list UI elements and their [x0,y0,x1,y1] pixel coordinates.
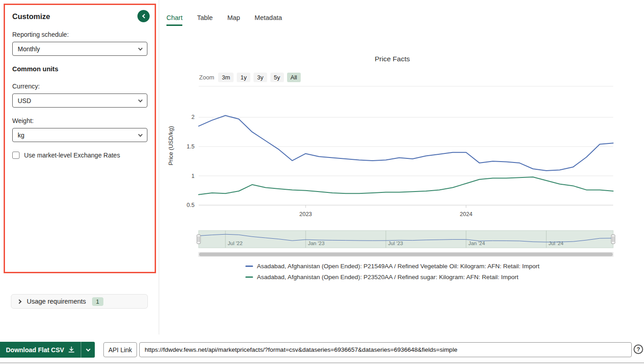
price-chart[interactable]: 0.511.5220232024Price (USD/kg) [166,84,619,225]
chevron-down-icon [138,98,143,102]
svg-text:Jul '22: Jul '22 [228,241,243,246]
reporting-schedule-value: Monthly [18,45,40,53]
api-link-button[interactable]: API Link [103,342,137,357]
chart-title: Price Facts [166,55,619,63]
svg-text:2024: 2024 [460,211,473,217]
legend-series-label: Asadabad, Afghanistan (Open Ended): P235… [257,274,518,280]
download-options-button[interactable] [81,342,95,358]
tab-map[interactable]: Map [227,14,240,26]
bottom-border [0,363,644,363]
usage-requirements-label: Usage requirements [27,298,86,305]
chart-legend: Asadabad, Afghanistan (Open Ended): P215… [166,263,619,280]
svg-text:Jul '24: Jul '24 [549,241,564,246]
zoom-all-button[interactable]: All [287,73,301,82]
svg-text:1.5: 1.5 [187,143,195,150]
view-tabs: ChartTableMapMetadata [166,14,282,26]
tab-metadata[interactable]: Metadata [254,14,282,26]
zoom-1y-button[interactable]: 1y [237,73,250,82]
chevron-down-icon [86,347,90,351]
svg-text:1: 1 [191,173,195,179]
tab-chart[interactable]: Chart [166,14,182,26]
chart-navigator[interactable]: Jul '22Jan '23Jul '23Jan '24Jul '24 [166,227,619,260]
chevron-down-icon [138,132,143,137]
svg-text:2023: 2023 [299,211,312,217]
currency-select[interactable]: USD [12,93,147,108]
download-icon [68,346,75,353]
svg-text:Jan '24: Jan '24 [468,241,485,246]
download-flat-csv-label: Download Flat CSV [6,346,64,354]
zoom-3y-button[interactable]: 3y [254,73,267,82]
tab-table[interactable]: Table [197,14,213,26]
reporting-schedule-label: Reporting schedule: [12,31,147,38]
zoom-label: Zoom [199,74,214,81]
legend-series-label: Asadabad, Afghanistan (Open Ended): P215… [257,263,540,270]
currency-value: USD [18,97,31,104]
sidebar-divider [159,0,159,334]
exchange-rates-checkbox[interactable] [12,152,20,159]
page: Customize Reporting schedule: Monthly Co… [0,0,644,364]
zoom-3m-button[interactable]: 3m [218,73,234,82]
weight-select[interactable]: kg [12,128,147,142]
svg-text:Jan '23: Jan '23 [308,241,325,246]
zoom-controls: Zoom 3m1y3y5yAll [199,73,301,82]
common-units-heading: Common units [12,65,147,73]
svg-text:2: 2 [191,114,195,120]
customize-panel-highlight: Customize Reporting schedule: Monthly Co… [4,4,156,273]
legend-swatch [245,276,253,278]
zoom-buttons: 3m1y3y5yAll [218,73,301,82]
currency-label: Currency: [12,83,147,90]
legend-item[interactable]: Asadabad, Afghanistan (Open Ended): P215… [245,263,540,270]
exchange-rates-checkbox-row[interactable]: Use market-level Exchange Rates [12,152,147,159]
download-flat-csv-button[interactable]: Download Flat CSV [0,342,95,358]
svg-text:Price (USD/kg): Price (USD/kg) [167,126,174,166]
chevron-right-icon [17,299,22,304]
chevron-left-icon [142,14,146,19]
reporting-schedule-select[interactable]: Monthly [12,42,147,56]
svg-text:0.5: 0.5 [187,202,195,208]
collapse-sidebar-button[interactable] [137,10,150,22]
exchange-rates-checkbox-label: Use market-level Exchange Rates [24,152,120,159]
usage-requirements-badge: 1 [92,297,103,306]
api-url-input[interactable] [139,342,632,357]
weight-label: Weight: [12,117,147,124]
svg-text:Jul '23: Jul '23 [388,241,403,246]
api-link-label: API Link [108,346,132,354]
legend-item[interactable]: Asadabad, Afghanistan (Open Ended): P235… [245,274,518,280]
chevron-down-icon [138,46,143,50]
help-icon[interactable]: ? [634,344,643,354]
weight-value: kg [18,132,24,139]
usage-requirements-accordion[interactable]: Usage requirements 1 [11,294,148,309]
legend-swatch [245,266,253,267]
customize-title: Customize [12,12,50,21]
zoom-5y-button[interactable]: 5y [270,73,284,82]
